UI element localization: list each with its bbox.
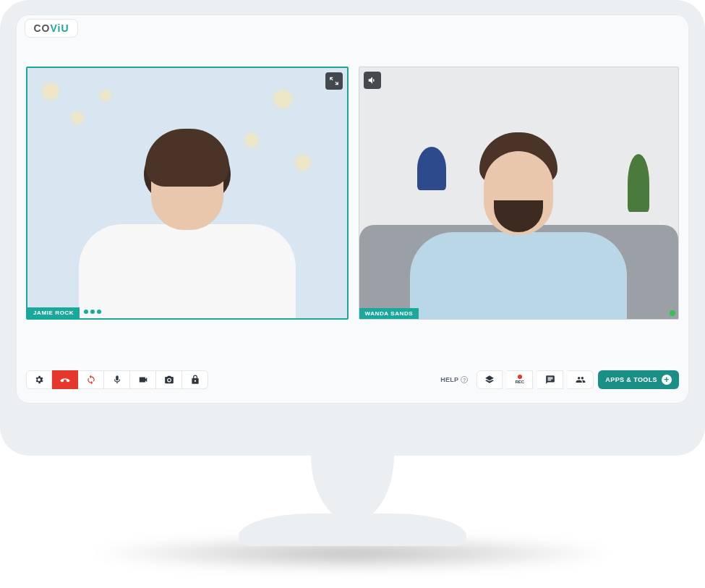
sync-icon: [86, 375, 96, 385]
mic-button[interactable]: [104, 370, 130, 389]
people-icon: [576, 375, 586, 385]
participant-name-self: JAMIE ROCK: [27, 307, 80, 318]
participant-figure-remote: [410, 129, 627, 319]
lock-button[interactable]: [182, 370, 208, 389]
video-tile-remote[interactable]: WANDA SANDS: [359, 67, 680, 320]
video-grid: JAMIE ROCK: [26, 67, 679, 320]
monitor-stand-neck: [311, 448, 394, 521]
help-label[interactable]: HELP ?: [440, 376, 468, 383]
plus-circle-icon: +: [662, 375, 672, 385]
shrink-button[interactable]: [325, 72, 343, 90]
gear-icon: [34, 375, 44, 385]
phone-down-icon: [60, 375, 70, 385]
signal-dots: [84, 310, 101, 314]
settings-button[interactable]: [26, 370, 52, 389]
hangup-button[interactable]: [52, 370, 78, 389]
shrink-icon: [329, 76, 339, 86]
participant-figure-self: [79, 129, 296, 318]
help-icon: ?: [461, 376, 468, 383]
call-toolbar: HELP ? REC: [26, 369, 679, 391]
layers-icon: [484, 375, 495, 385]
camera-icon: [164, 375, 174, 385]
mic-icon: [112, 375, 122, 385]
participant-name-remote: WANDA SANDS: [359, 308, 419, 319]
stage: COViU: [0, 0, 705, 588]
brand-accent: ViU: [50, 22, 69, 34]
speaker-icon: [367, 75, 377, 85]
app-screen: COViU: [16, 14, 689, 404]
speaker-button[interactable]: [364, 72, 381, 89]
apps-tools-button[interactable]: APPS & TOOLS +: [598, 370, 679, 389]
toolbar-right: HELP ? REC: [440, 370, 679, 389]
camera-button[interactable]: [156, 370, 182, 389]
toolbar-left: [26, 370, 208, 389]
video-icon: [138, 375, 148, 385]
sync-button[interactable]: [78, 370, 104, 389]
video-tile-self[interactable]: JAMIE ROCK: [26, 67, 349, 320]
people-button[interactable]: [568, 370, 594, 389]
lock-icon: [190, 375, 200, 385]
brand-logo: COViU: [25, 19, 78, 38]
record-button[interactable]: REC: [507, 370, 533, 389]
chat-button[interactable]: [537, 370, 563, 389]
record-label: REC: [516, 379, 525, 385]
help-text: HELP: [440, 376, 458, 383]
presence-indicator: [670, 310, 675, 316]
monitor-frame: COViU: [0, 0, 705, 456]
apps-tools-label: APPS & TOOLS: [605, 376, 657, 383]
video-button[interactable]: [130, 370, 156, 389]
layers-button[interactable]: [477, 370, 503, 389]
brand-prefix: CO: [33, 22, 50, 34]
chat-icon: [545, 375, 555, 385]
